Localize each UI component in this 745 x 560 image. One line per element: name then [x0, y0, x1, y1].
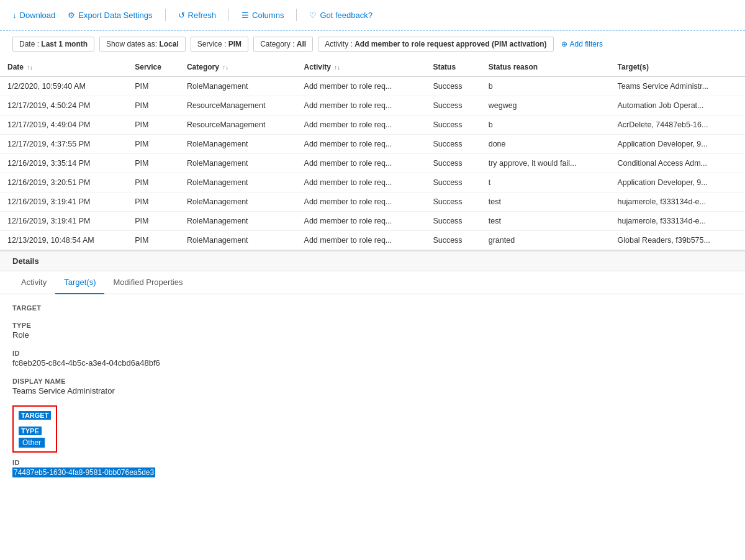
cell-targets: Automation Job Operat... — [610, 96, 745, 115]
filter-chip-activity[interactable]: Activity : Add member to role request ap… — [318, 37, 553, 52]
export-button[interactable]: ⚙ Export Data Settings — [68, 11, 152, 20]
table-row[interactable]: 12/17/2019, 4:50:24 PMPIMResourceManagem… — [0, 96, 745, 115]
filter-chip-show-dates[interactable]: Show dates as: Local — [99, 37, 186, 52]
feedback-button[interactable]: ♡ Got feedback? — [309, 11, 372, 20]
table-row[interactable]: 12/16/2019, 3:20:51 PMPIMRoleManagementA… — [0, 173, 745, 192]
display-name-label: DISPLAY NAME — [12, 377, 733, 385]
cell-category: RoleManagement — [179, 77, 297, 96]
filter-bar: Date : Last 1 month Show dates as: Local… — [0, 30, 745, 58]
cell-status: Success — [425, 231, 481, 250]
table-row[interactable]: 12/16/2019, 3:19:41 PMPIMRoleManagementA… — [0, 212, 745, 231]
target-label-1: TARGET — [12, 304, 733, 312]
cell-targets: Global Readers, f39b575... — [610, 231, 745, 250]
refresh-button[interactable]: ↺ Refresh — [178, 11, 217, 20]
col-header-activity[interactable]: Activity ↑↓ — [297, 58, 426, 77]
col-header-service[interactable]: Service — [127, 58, 179, 77]
columns-icon: ☰ — [242, 11, 249, 20]
cell-targets: hujamerole, f333134d-e... — [610, 192, 745, 212]
separator-3 — [296, 9, 297, 21]
target-section-1: TARGET — [12, 304, 733, 312]
type-value-1: Role — [12, 330, 733, 340]
highlighted-target-block: TARGET TYPE Other — [12, 405, 57, 453]
table-header-row: Date ↑↓ Service Category ↑↓ Activity ↑↓ … — [0, 58, 745, 77]
cell-category: RoleManagement — [179, 173, 297, 192]
col-header-status[interactable]: Status — [425, 58, 481, 77]
cell-service: PIM — [127, 212, 179, 231]
cell-targets: hujamerole, f333134d-e... — [610, 212, 745, 231]
cell-service: PIM — [127, 96, 179, 115]
cell-service: PIM — [127, 135, 179, 154]
highlight-target-label: TARGET — [19, 411, 51, 420]
download-icon: ↓ — [12, 11, 17, 20]
cell-activity: Add member to role req... — [297, 212, 426, 231]
separator-2 — [228, 9, 229, 21]
add-filters-button[interactable]: ⊕ Add filters — [561, 40, 603, 48]
separator-1 — [165, 9, 166, 21]
cell-activity: Add member to role req... — [297, 135, 426, 154]
cell-activity: Add member to role req... — [297, 115, 426, 135]
highlight-type-label: TYPE — [19, 427, 42, 435]
col-header-date[interactable]: Date ↑↓ — [0, 58, 127, 77]
cell-service: PIM — [127, 192, 179, 212]
cell-date: 1/2/2020, 10:59:40 AM — [0, 77, 127, 96]
details-tabs: Activity Target(s) Modified Properties — [0, 271, 745, 294]
cell-service: PIM — [127, 115, 179, 135]
cell-date: 12/17/2019, 4:49:04 PM — [0, 115, 127, 135]
filter-chip-category[interactable]: Category : All — [253, 37, 313, 52]
col-header-targets[interactable]: Target(s) — [610, 58, 745, 77]
col-header-category[interactable]: Category ↑↓ — [179, 58, 297, 77]
tab-activity[interactable]: Activity — [12, 271, 55, 294]
table-row[interactable]: 12/17/2019, 4:37:55 PMPIMRoleManagementA… — [0, 135, 745, 154]
refresh-icon: ↺ — [178, 11, 185, 20]
cell-activity: Add member to role req... — [297, 96, 426, 115]
cell-service: PIM — [127, 154, 179, 173]
cell-category: RoleManagement — [179, 231, 297, 250]
cell-status_reason: t — [481, 173, 610, 192]
cell-service: PIM — [127, 77, 179, 96]
details-header: Details — [0, 251, 745, 271]
id-section-1: ID fc8eb205-c8c4-4b5c-a3e4-04cbd6a48bf6 — [12, 350, 733, 368]
cell-category: RoleManagement — [179, 135, 297, 154]
col-header-status-reason[interactable]: Status reason — [481, 58, 610, 77]
cell-status: Success — [425, 212, 481, 231]
cell-date: 12/16/2019, 3:35:14 PM — [0, 154, 127, 173]
id-section-2: ID 74487eb5-1630-4fa8-9581-0bb076ea5de3 — [12, 459, 733, 477]
table-row[interactable]: 12/17/2019, 4:49:04 PMPIMResourceManagem… — [0, 115, 745, 135]
cell-activity: Add member to role req... — [297, 173, 426, 192]
cell-status_reason: try approve, it would fail... — [481, 154, 610, 173]
cell-date: 12/16/2019, 3:20:51 PM — [0, 173, 127, 192]
details-content: TARGET TYPE Role ID fc8eb205-c8c4-4b5c-a… — [0, 294, 745, 497]
cell-status: Success — [425, 135, 481, 154]
cell-service: PIM — [127, 231, 179, 250]
id-value-2[interactable]: 74487eb5-1630-4fa8-9581-0bb076ea5de3 — [12, 467, 155, 477]
columns-button[interactable]: ☰ Columns — [242, 11, 284, 20]
cell-category: RoleManagement — [179, 192, 297, 212]
tab-modified-properties[interactable]: Modified Properties — [104, 271, 191, 294]
filter-chip-date[interactable]: Date : Last 1 month — [12, 37, 94, 52]
cell-status: Success — [425, 154, 481, 173]
type-section-1: TYPE Role — [12, 322, 733, 340]
cell-status_reason: wegweg — [481, 96, 610, 115]
cell-status: Success — [425, 115, 481, 135]
filter-chip-service[interactable]: Service : PIM — [191, 37, 248, 52]
cell-status_reason: test — [481, 212, 610, 231]
table-row[interactable]: 12/16/2019, 3:35:14 PMPIMRoleManagementA… — [0, 154, 745, 173]
table-row[interactable]: 12/13/2019, 10:48:54 AMPIMRoleManagement… — [0, 231, 745, 250]
cell-status_reason: b — [481, 115, 610, 135]
toolbar: ↓ Download ⚙ Export Data Settings ↺ Refr… — [0, 0, 745, 30]
table-row[interactable]: 12/16/2019, 3:19:41 PMPIMRoleManagementA… — [0, 192, 745, 212]
cell-status_reason: test — [481, 192, 610, 212]
cell-activity: Add member to role req... — [297, 231, 426, 250]
cell-status_reason: granted — [481, 231, 610, 250]
audit-log-table: Date ↑↓ Service Category ↑↓ Activity ↑↓ … — [0, 58, 745, 251]
cell-targets: Conditional Access Adm... — [610, 154, 745, 173]
highlight-type-value: Other — [19, 438, 45, 448]
cell-status: Success — [425, 192, 481, 212]
download-button[interactable]: ↓ Download — [12, 11, 55, 20]
cell-category: RoleManagement — [179, 212, 297, 231]
cell-targets: AcrDelete, 74487eb5-16... — [610, 115, 745, 135]
table-row[interactable]: 1/2/2020, 10:59:40 AMPIMRoleManagementAd… — [0, 77, 745, 96]
export-icon: ⚙ — [68, 11, 75, 20]
tab-targets[interactable]: Target(s) — [55, 271, 104, 294]
cell-date: 12/17/2019, 4:50:24 PM — [0, 96, 127, 115]
